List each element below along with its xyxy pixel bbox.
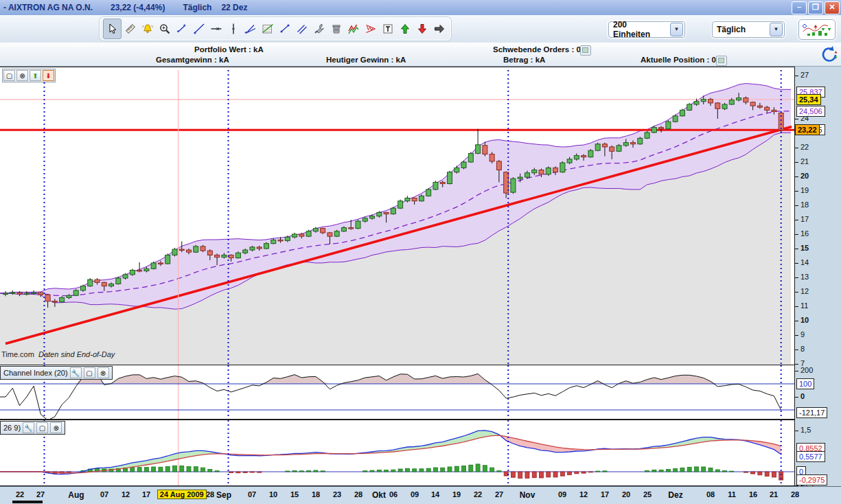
cursor-tool-button[interactable] [103,19,122,39]
chevron-down-icon[interactable]: ▼ [770,23,783,36]
date-label: 07 [248,490,256,499]
period-dropdown-value: Täglich [713,25,770,34]
parallel-lines-tool-button[interactable] [293,19,310,38]
units-dropdown[interactable]: 200 Einheiten ▼ [608,21,685,38]
tick-mark [795,364,798,365]
refresh-icon[interactable] [819,45,838,65]
tick-mark [795,119,798,119]
delete-tool-button[interactable] [327,19,345,38]
trading-app-window: { "window": { "title_symbol": "- AIXTRON… [0,0,841,504]
fan-lines-icon [244,23,257,35]
price-label-24_506: 24,506 [796,106,825,117]
month-label: Dez [668,490,682,500]
tick-mark [795,335,798,336]
month-label: Okt [372,490,386,500]
segment-icon [176,23,188,35]
date-label: 28 [206,490,214,499]
maximize-button[interactable]: ❐ [808,1,823,14]
price-tick-label: 18 [800,201,809,209]
arrow-down-tool-button[interactable] [413,19,430,38]
price-tick-label: 8 [800,345,805,353]
date-label: 18 [312,490,320,499]
ruler-icon [124,23,137,35]
date-label: 21 [770,490,778,499]
tick-mark [795,148,798,148]
price-chart-pane[interactable]: ▢ ⊗ ⬆ ⬇ Time.com Daten sind End-of-Day [0,67,794,365]
date-label: 20 [622,490,630,499]
orders-list-icon[interactable] [580,45,591,56]
date-label: 16 [749,490,757,499]
sell-arrow-icon[interactable]: ⬇ [43,70,54,81]
price-tick-label: 13 [800,273,809,281]
cci-indicator-pane[interactable]: Channel Index (20) 🔧 ▢ ⊗ [0,365,794,419]
close-button[interactable]: ✕ [825,1,840,14]
chart-style-button[interactable] [798,19,836,40]
wrench-icon[interactable]: 🔧 [23,422,34,433]
close-icon[interactable]: ⊗ [50,422,62,433]
zoom-in-tool-button[interactable] [156,19,173,38]
wedge-pattern-tool-button[interactable] [362,19,379,38]
macd-canvas [0,420,794,485]
chevron-down-icon[interactable]: ▼ [670,23,683,36]
arrow-up-tool-button[interactable] [396,19,413,38]
price-tick-label: 17 [800,215,809,223]
title-period: Täglich [183,3,211,12]
minimize-button[interactable]: – [792,1,807,14]
detach-window-icon[interactable]: ▢ [84,367,95,378]
detach-window-icon[interactable]: ▢ [3,70,15,81]
tick-mark [795,371,798,371]
zigzag-tool-button[interactable] [345,19,362,38]
regression-channel-tool-button[interactable] [259,19,276,38]
segment-points-tool-button[interactable] [276,19,293,38]
segment-tool-button[interactable] [173,19,190,38]
date-label: 14 [431,490,439,499]
heutiger-gewinn-label: Heutiger Gewinn : kA [326,56,406,64]
macd-tick-label: 1,5 [800,426,811,434]
date-label: 28 [354,490,362,499]
date-label: 15 [290,490,299,499]
arrow-right-tool-button[interactable] [430,19,448,38]
price-tick-label: 16 [800,229,809,238]
aktuelle-position-label: Aktuelle Position : 0 [641,56,716,64]
regression-channel-icon [262,23,274,35]
date-label: 17 [142,490,150,499]
price-tick-label: 22 [800,143,809,151]
ruler-tool-button[interactable] [122,19,139,38]
tick-mark [795,162,798,163]
highlighted-date-label: 24 Aug 2009 [157,490,207,499]
tools-icon [313,23,325,35]
fan-lines-tool-button[interactable] [242,19,259,38]
price-axis: 27242221201918171615141312111098720001,5… [795,67,841,485]
date-label: 09 [558,490,566,499]
vertical-line-tool-button[interactable] [224,19,242,38]
month-label: Nov [520,490,535,500]
price-tick-label: 10 [800,316,809,324]
price-tick-label: 15 [800,244,809,252]
alarm-tool-button[interactable] [139,19,156,38]
close-icon[interactable]: ⊗ [16,70,28,81]
vertical-line-icon [227,23,240,35]
date-label: 11 [728,490,736,499]
tools-tool-button[interactable] [310,19,327,38]
tick-mark [795,176,798,177]
position-list-icon[interactable] [716,56,727,66]
date-label: 08 [706,490,715,499]
tick-mark [795,205,798,206]
date-label: 12 [579,490,588,499]
period-dropdown[interactable]: Täglich ▼ [712,21,785,38]
macd-indicator-pane[interactable]: 26 9) 🔧 ▢ ⊗ [0,420,794,485]
horizontal-line-tool-button[interactable] [207,19,224,38]
zoom-in-icon [159,23,171,35]
toolbar-icon-group [100,17,451,41]
date-label: 25 [643,490,652,499]
date-label: 17 [601,490,609,499]
close-icon[interactable]: ⊗ [97,367,109,378]
gesamtgewinn-label: Gesamtgewinn : kA [156,56,229,64]
detach-window-icon[interactable]: ▢ [36,422,48,433]
buy-arrow-icon[interactable]: ⬆ [30,70,41,81]
alarm-icon [141,23,154,35]
wrench-icon[interactable]: 🔧 [70,367,82,378]
tick-mark [795,191,798,192]
line-tool-button[interactable] [190,19,207,38]
text-tool-button[interactable] [379,19,396,38]
